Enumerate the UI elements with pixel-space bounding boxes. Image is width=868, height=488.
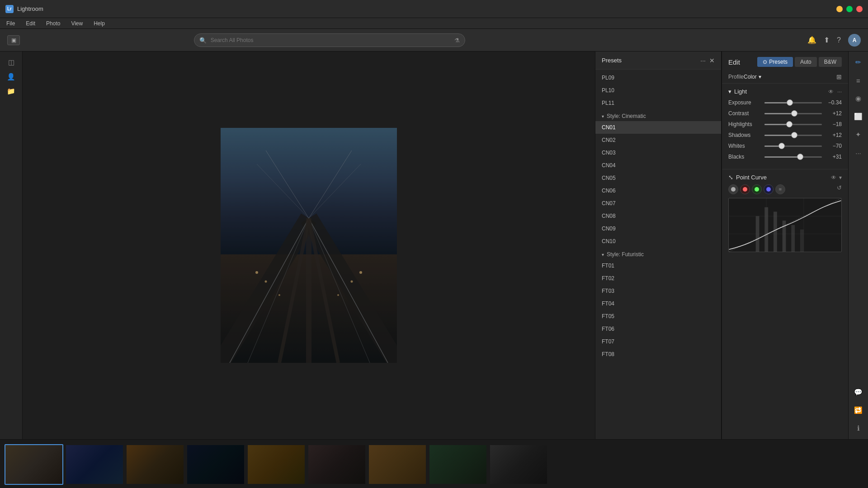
menu-edit[interactable]: Edit xyxy=(24,19,37,28)
shadows-slider[interactable] xyxy=(764,135,822,136)
contrast-slider[interactable] xyxy=(764,113,822,114)
filmstrip-thumb-7[interactable] xyxy=(368,444,427,485)
point-curve-title[interactable]: ⤡ Point Curve xyxy=(728,174,767,181)
preset-item-cn05[interactable]: CN05 xyxy=(595,172,721,184)
preset-item-ft08[interactable]: FT08 xyxy=(595,348,721,361)
sidebar-icon-browse[interactable]: ◫ xyxy=(5,56,18,69)
right-icon-effects[interactable]: ✦ xyxy=(852,128,865,141)
shadows-thumb[interactable] xyxy=(791,132,797,138)
highlights-slider[interactable] xyxy=(764,124,822,125)
preset-item-pl09[interactable]: PL09 xyxy=(595,71,721,84)
highlights-thumb[interactable] xyxy=(786,121,793,127)
preset-item-pl11[interactable]: PL11 xyxy=(595,97,721,109)
preset-item-cn02[interactable]: CN02 xyxy=(595,134,721,146)
filmstrip-thumb-2[interactable] xyxy=(65,444,124,485)
preset-item-cn04[interactable]: CN04 xyxy=(595,159,721,172)
maximize-button[interactable]: □ xyxy=(846,6,853,12)
light-section-title: ▾ Light xyxy=(728,88,747,95)
presets-button[interactable]: ⊙ Presets xyxy=(757,57,793,67)
contrast-thumb[interactable] xyxy=(791,110,797,117)
right-icon-more[interactable]: ··· xyxy=(852,146,865,159)
exposure-slider[interactable] xyxy=(764,102,822,103)
filmstrip-thumb-4[interactable] xyxy=(186,444,245,485)
preset-item-cn06[interactable]: CN06 xyxy=(595,184,721,197)
close-button[interactable]: ✕ xyxy=(856,6,863,12)
channel-green-button[interactable] xyxy=(752,184,762,194)
channel-blue-button[interactable] xyxy=(764,184,774,194)
curve-expand-icon[interactable]: ▾ xyxy=(839,174,842,181)
auto-button[interactable]: Auto xyxy=(795,57,817,67)
channel-luminosity-button[interactable]: ≋ xyxy=(775,184,785,194)
right-icon-comments[interactable]: 💬 xyxy=(852,386,865,399)
curve-eye-icon[interactable]: 👁 xyxy=(831,174,836,181)
preset-item-ft04[interactable]: FT04 xyxy=(595,297,721,310)
right-icon-details[interactable]: ≡ xyxy=(852,74,865,87)
right-icon-versions[interactable]: 🔁 xyxy=(852,404,865,417)
share-icon[interactable]: ⬆ xyxy=(824,36,830,44)
app-icon: Lr xyxy=(5,5,14,13)
presets-close-button[interactable]: ✕ xyxy=(709,57,715,64)
profile-grid-button[interactable]: ⊞ xyxy=(836,73,842,80)
preset-group-futuristic[interactable]: ▾ Style: Futuristic xyxy=(595,248,721,259)
channel-rgb-button[interactable] xyxy=(728,184,738,194)
filter-icon[interactable]: ⚗ xyxy=(454,37,460,43)
bw-button[interactable]: B&W xyxy=(819,57,842,67)
curve-canvas[interactable] xyxy=(728,198,842,252)
preset-item-ft01[interactable]: FT01 xyxy=(595,259,721,272)
preset-item-cn09[interactable]: CN09 xyxy=(595,222,721,235)
preset-item-ft06[interactable]: FT06 xyxy=(595,323,721,335)
light-more-icon[interactable]: ··· xyxy=(837,89,842,95)
light-section-header[interactable]: ▾ Light 👁 ··· xyxy=(728,88,842,95)
minimize-button[interactable]: − xyxy=(836,6,843,12)
preset-item-cn10[interactable]: CN10 xyxy=(595,235,721,248)
filmstrip-thumb-5[interactable] xyxy=(247,444,306,485)
menu-photo[interactable]: Photo xyxy=(44,19,62,28)
filmstrip-thumb-9[interactable] xyxy=(489,444,548,485)
right-icon-geometry[interactable]: ⬜ xyxy=(852,110,865,123)
highlights-label: Highlights xyxy=(728,121,761,127)
menu-file[interactable]: File xyxy=(5,19,17,28)
right-icon-info[interactable]: ℹ xyxy=(852,422,865,435)
exposure-thumb[interactable] xyxy=(787,99,793,106)
filmstrip-thumb-3[interactable] xyxy=(126,444,184,485)
preset-item-ft03[interactable]: FT03 xyxy=(595,285,721,297)
filmstrip-thumb-6[interactable] xyxy=(307,444,366,485)
preset-item-ft05[interactable]: FT05 xyxy=(595,310,721,323)
menu-help[interactable]: Help xyxy=(92,19,107,28)
right-icon-edit[interactable]: ✏ xyxy=(852,56,865,69)
exposure-label: Exposure xyxy=(728,99,761,106)
channel-red-button[interactable] xyxy=(740,184,750,194)
preset-group-cinematic[interactable]: ▾ Style: Cinematic xyxy=(595,109,721,121)
preset-item-cn08[interactable]: CN08 xyxy=(595,210,721,222)
filmstrip-thumb-8[interactable] xyxy=(429,444,487,485)
whites-thumb[interactable] xyxy=(778,143,785,149)
channel-lum-indicator: ≋ xyxy=(778,187,782,192)
filmstrip-thumb-1-image xyxy=(5,445,62,484)
shadows-slider-row: Shadows +12 xyxy=(728,132,842,138)
preset-item-ft07[interactable]: FT07 xyxy=(595,335,721,348)
blacks-slider[interactable] xyxy=(764,156,822,158)
blacks-thumb[interactable] xyxy=(797,154,803,160)
curve-reset-button[interactable]: ↺ xyxy=(837,184,842,194)
right-icon-optics[interactable]: ◉ xyxy=(852,92,865,105)
preset-item-cn01[interactable]: CN01 xyxy=(595,121,721,134)
preset-item-pl10[interactable]: PL10 xyxy=(595,84,721,97)
panel-toggle-button[interactable]: ▣ xyxy=(7,35,20,45)
preset-item-cn07[interactable]: CN07 xyxy=(595,197,721,210)
notifications-icon[interactable]: 🔔 xyxy=(807,36,816,44)
preset-item-cn03[interactable]: CN03 xyxy=(595,146,721,159)
presets-btn-label: Presets xyxy=(769,59,788,65)
light-eye-icon[interactable]: 👁 xyxy=(828,89,834,95)
user-avatar[interactable]: A xyxy=(848,34,861,47)
presets-more-button[interactable]: ··· xyxy=(700,57,706,64)
help-icon[interactable]: ? xyxy=(837,36,841,44)
sidebar-icon-albums[interactable]: 📁 xyxy=(5,85,18,98)
search-input[interactable] xyxy=(194,33,465,47)
whites-slider[interactable] xyxy=(764,145,822,147)
filmstrip-thumb-1[interactable] xyxy=(5,444,63,485)
menu-view[interactable]: View xyxy=(69,19,85,28)
profile-value-dropdown[interactable]: Color ▾ xyxy=(744,74,761,80)
sidebar-icon-people[interactable]: 👤 xyxy=(5,70,18,83)
title-bar-left: Lr Lightroom xyxy=(5,5,43,13)
preset-item-ft02[interactable]: FT02 xyxy=(595,272,721,285)
